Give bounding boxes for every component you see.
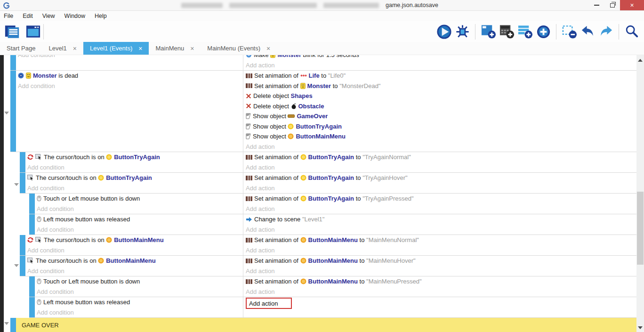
add-action-button[interactable]: Add action	[246, 266, 636, 276]
close-tab-icon[interactable]: ×	[266, 45, 270, 52]
add-comment-icon[interactable]	[516, 23, 533, 40]
close-tab-icon[interactable]: ×	[73, 45, 77, 52]
add-action-button[interactable]: Add action	[246, 183, 636, 194]
action-row[interactable]: Make Monster blink for 1.5 seconds	[246, 55, 636, 60]
action-row[interactable]: Show object GameOver	[246, 111, 636, 121]
menu-view[interactable]: View	[38, 13, 60, 19]
event-handle[interactable]	[29, 214, 35, 235]
tab-level1-events[interactable]: Level1 (Events)×	[83, 42, 149, 55]
comment-event[interactable]: GAME OVER	[10, 318, 636, 332]
collapse-arrow-icon[interactable]	[14, 183, 19, 186]
event-handle[interactable]	[20, 152, 25, 172]
action-row[interactable]: Show object ButtonTryAgain	[246, 121, 636, 132]
action-row[interactable]: Set animation of ButtonTryAgain to "TryA…	[246, 152, 636, 162]
add-subevent-icon[interactable]	[498, 23, 515, 40]
condition-row[interactable]: Touch or Left mouse button is down	[37, 194, 243, 204]
action-row[interactable]: Set animation of ButtonTryAgain to "TryA…	[246, 194, 636, 204]
event-block[interactable]: Left mouse button was releasedAdd condit…	[29, 214, 636, 235]
search-icon[interactable]	[623, 23, 640, 40]
menu-edit[interactable]: Edit	[18, 13, 38, 19]
vertical-scrollbar[interactable]	[636, 55, 644, 332]
scroll-up-icon[interactable]	[638, 59, 643, 62]
tab-start-page[interactable]: Start Page	[0, 42, 42, 55]
add-condition-button[interactable]: Add condition	[27, 162, 243, 173]
event-handle[interactable]	[10, 318, 16, 332]
condition-row[interactable]: Left mouse button was released	[37, 297, 243, 308]
collapse-arrow-icon[interactable]	[4, 112, 9, 114]
event-handle[interactable]	[10, 55, 16, 70]
add-action-button[interactable]: Add action	[246, 60, 636, 71]
condition-row[interactable]: Touch or Left mouse button is down	[37, 276, 243, 287]
add-circle-icon[interactable]	[535, 23, 552, 40]
add-condition-button[interactable]: Add condition	[37, 225, 243, 235]
menu-file[interactable]: File	[0, 13, 18, 19]
collapse-arrow-icon[interactable]	[4, 322, 9, 325]
add-action-button[interactable]: Add action	[246, 297, 636, 309]
maximize-button[interactable]	[604, 0, 620, 10]
event-block[interactable]: Touch or Left mouse button is downAdd co…	[29, 194, 636, 214]
event-block[interactable]: The cursor/touch is on ButtonTryAgainAdd…	[20, 173, 636, 194]
add-action-button[interactable]: Add action	[246, 142, 636, 152]
action-row[interactable]: Set animation of ButtonMainMenu to "Main…	[246, 276, 636, 287]
event-handle[interactable]	[29, 297, 35, 317]
event-handle[interactable]	[10, 71, 16, 152]
add-action-button[interactable]: Add action	[246, 287, 636, 297]
event-block[interactable]: The cursor/touch is on ButtonMainMenuAdd…	[20, 235, 636, 256]
tab-level1[interactable]: Level1×	[42, 42, 83, 55]
play-icon[interactable]	[435, 23, 452, 40]
event-handle[interactable]	[29, 276, 35, 297]
action-row[interactable]: Show object ButtonMainMenu	[246, 131, 636, 142]
undo-icon[interactable]	[579, 23, 596, 40]
action-row[interactable]: Set animation of Life to "Life0"	[246, 71, 636, 81]
condition-row[interactable]: Left mouse button was released	[37, 214, 243, 225]
collapse-arrow-icon[interactable]	[14, 264, 19, 267]
add-condition-button[interactable]: Add condition	[37, 204, 243, 214]
tab-mainmenu[interactable]: MainMenu×	[149, 42, 201, 55]
condition-row[interactable]: The cursor/touch is on ButtonMainMenu	[27, 235, 243, 245]
add-action-button[interactable]: Add action	[246, 245, 636, 256]
action-row[interactable]: Set animation of ButtonMainMenu to "Main…	[246, 256, 636, 266]
scroll-down-icon[interactable]	[638, 326, 643, 329]
add-condition-button[interactable]: Add condition	[18, 81, 243, 91]
redo-icon[interactable]	[597, 23, 614, 40]
action-row[interactable]: Delete object Obstacle	[246, 101, 636, 112]
remove-event-icon[interactable]	[561, 23, 578, 40]
add-condition-button[interactable]: Add condition	[37, 308, 243, 318]
scroll-thumb[interactable]	[637, 192, 644, 265]
action-row[interactable]: Set animation of ButtonTryAgain to "TryA…	[246, 173, 636, 183]
close-button[interactable]: ×	[620, 0, 644, 10]
close-tab-icon[interactable]: ×	[190, 45, 194, 52]
action-row[interactable]: Set animation of Monster to "MonsterDead…	[246, 81, 636, 91]
event-block[interactable]: Touch or Left mouse button is downAdd co…	[29, 276, 636, 297]
event-block[interactable]: Add conditionMake Monster blink for 1.5 …	[10, 55, 636, 71]
add-action-button[interactable]: Add action	[246, 162, 636, 173]
highlighted-add-action[interactable]: Add action	[246, 298, 292, 309]
tab-mainmenu-events[interactable]: MainMenu (Events)×	[201, 42, 277, 55]
scene-window-icon[interactable]	[24, 23, 41, 40]
event-block[interactable]: The cursor/touch is on ButtonMainMenuAdd…	[20, 256, 636, 276]
action-row[interactable]: Change to scene "Level1"	[246, 214, 636, 225]
add-condition-button[interactable]: Add condition	[37, 287, 243, 297]
condition-row[interactable]: The cursor/touch is on ButtonMainMenu	[27, 256, 243, 266]
close-tab-icon[interactable]: ×	[138, 45, 142, 52]
debug-icon[interactable]	[454, 23, 471, 40]
project-manager-icon[interactable]	[4, 23, 21, 40]
event-block[interactable]: The cursor/touch is on ButtonTryAgainAdd…	[20, 152, 636, 173]
action-row[interactable]: Delete object Shapes	[246, 91, 636, 101]
add-condition-button[interactable]: Add condition	[27, 245, 243, 256]
add-condition-button[interactable]: Add condition	[18, 55, 243, 60]
condition-row[interactable]: The cursor/touch is on ButtonTryAgain	[27, 173, 243, 183]
add-event-icon[interactable]	[480, 23, 497, 40]
event-handle[interactable]	[20, 256, 25, 276]
condition-row[interactable]: The cursor/touch is on ButtonTryAgain	[27, 152, 243, 162]
add-action-button[interactable]: Add action	[246, 204, 636, 214]
menu-help[interactable]: Help	[90, 13, 112, 19]
event-handle[interactable]	[20, 235, 25, 255]
condition-row[interactable]: Monster is dead	[18, 71, 243, 81]
menu-window[interactable]: Window	[60, 13, 90, 19]
event-handle[interactable]	[20, 173, 25, 193]
minimize-button[interactable]	[589, 0, 604, 10]
add-action-button[interactable]: Add action	[246, 225, 636, 235]
event-block[interactable]: Left mouse button was releasedAdd condit…	[29, 297, 636, 318]
add-condition-button[interactable]: Add condition	[27, 183, 243, 194]
